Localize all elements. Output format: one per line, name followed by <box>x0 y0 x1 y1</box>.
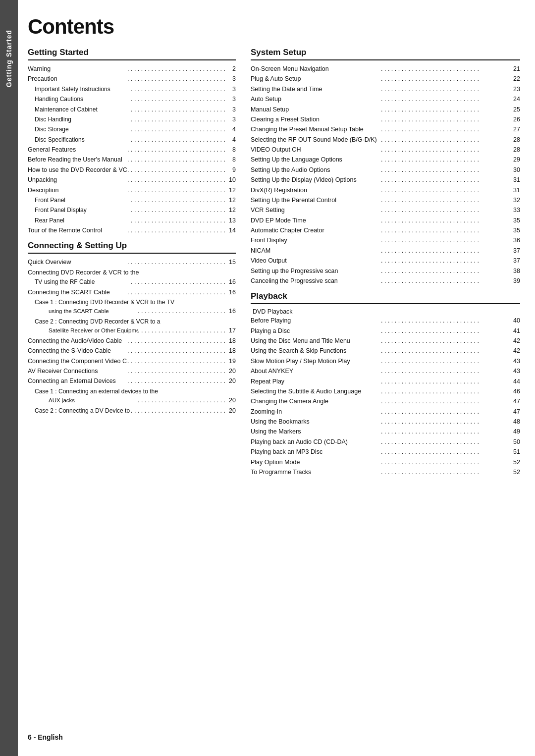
entry-text: Disc Specifications <box>28 135 131 145</box>
toc-entry: Rear Panel . . . . . . . . . . . . . . .… <box>28 216 236 226</box>
entry-dots: . . . . . . . . . . . . . . . . . . . . … <box>381 387 509 397</box>
section-rule <box>251 59 520 60</box>
entry-page: 32 <box>509 196 520 205</box>
toc-section: Getting StartedWarning . . . . . . . . .… <box>28 48 236 241</box>
entry-text: Quick Overview <box>28 258 127 267</box>
entry-text: Important Safety Instructions <box>28 85 131 94</box>
entry-dots: . . . . . . . . . . . . . . . . . . . . … <box>131 196 225 206</box>
entry-dots: . . . . . . . . . . . . . . . . . . . . … <box>127 377 225 386</box>
entry-page: 43 <box>509 357 520 366</box>
entry-text: Connecting DVD Recorder & VCR to the <box>28 268 236 277</box>
entry-page: 28 <box>509 135 520 145</box>
toc-entry: VCR Setting . . . . . . . . . . . . . . … <box>251 206 520 216</box>
entry-dots: . . . . . . . . . . . . . . . . . . . . … <box>381 437 509 447</box>
entry-text: Precaution <box>28 74 127 84</box>
toc-entry: Setting Up the Display (Video) Options .… <box>251 175 520 185</box>
entry-dots: . . . . . . . . . . . . . . . . . . . . … <box>381 175 509 185</box>
entry-text: Manual Setup <box>251 105 381 114</box>
entry-dots: . . . . . . . . . . . . . . . . . . . . … <box>127 186 225 196</box>
entry-dots: . . . . . . . . . . . . . . . . . . . . … <box>381 105 509 115</box>
toc-entry: Canceling the Progressive scan . . . . .… <box>251 276 520 286</box>
entry-dots: . . . . . . . . . . . . . . . . . . . . … <box>127 258 225 268</box>
toc-entry: Quick Overview . . . . . . . . . . . . .… <box>28 258 236 268</box>
toc-entry: VIDEO Output CH . . . . . . . . . . . . … <box>251 145 520 155</box>
toc-entry: Maintenance of Cabinet . . . . . . . . .… <box>28 105 236 115</box>
entry-page: 42 <box>509 336 520 346</box>
entry-dots: . . . . . . . . . . . . . . . . . . . . … <box>131 277 225 287</box>
toc-entry: Disc Specifications . . . . . . . . . . … <box>28 135 236 145</box>
entry-text: Playing back an Audio CD (CD-DA) <box>251 437 381 447</box>
entry-text: Tour of the Remote Control <box>28 226 127 235</box>
entry-page: 30 <box>509 165 520 175</box>
toc-entry: Automatic Chapter Creator . . . . . . . … <box>251 226 520 236</box>
entry-dots: . . . . . . . . . . . . . . . . . . . . … <box>127 336 225 346</box>
entry-page: 4 <box>225 125 236 134</box>
side-tab: Getting Started <box>0 0 18 756</box>
toc-entry: Connecting an External Devices . . . . .… <box>28 377 236 386</box>
toc-section: PlaybackDVD PlaybackBefore Playing . . .… <box>251 291 520 483</box>
entry-dots: . . . . . . . . . . . . . . . . . . . . … <box>127 226 225 236</box>
entry-dots: . . . . . . . . . . . . . . . . . . . . … <box>127 346 225 356</box>
entry-dots: . . . . . . . . . . . . . . . . . . . . … <box>131 105 225 115</box>
toc-entry: Setting Up the Language Options . . . . … <box>251 155 520 165</box>
entry-dots: . . . . . . . . . . . . . . . . . . . . … <box>381 155 509 165</box>
entry-text: Maintenance of Cabinet <box>28 105 131 114</box>
entry-text: using the SCART Cable <box>28 307 138 316</box>
entry-text: Automatic Chapter Creator <box>251 226 381 235</box>
entry-dots: . . . . . . . . . . . . . . . . . . . . … <box>381 246 509 256</box>
entry-page: 12 <box>225 186 236 195</box>
toc-entry: To Programme Tracks . . . . . . . . . . … <box>251 468 520 478</box>
entry-text: Disc Handling <box>28 115 131 124</box>
entry-text: VIDEO Output CH <box>251 145 381 155</box>
entry-text: Selecting the RF OUT Sound Mode (B/G-D/K… <box>251 135 381 145</box>
toc-entry: Front Panel Display . . . . . . . . . . … <box>28 206 236 216</box>
toc-entry: Changing the Preset Manual Setup Table .… <box>251 125 520 135</box>
entry-dots: . . . . . . . . . . . . . . . . . . . . … <box>381 135 509 145</box>
entry-text: Zooming-In <box>251 407 381 417</box>
entry-page: 52 <box>509 458 520 467</box>
toc-entry: Case 2 : Connecting a DV Device to the D… <box>28 406 236 416</box>
entry-dots: . . . . . . . . . . . . . . . . . . . . … <box>131 216 225 226</box>
entry-text: AV Receiver Connections <box>28 367 127 376</box>
section-heading: Playback <box>251 291 520 301</box>
entry-page: 33 <box>509 206 520 215</box>
entry-page: 47 <box>509 407 520 417</box>
entry-text: Setting Up the Language Options <box>251 155 381 164</box>
entry-page: 29 <box>509 155 520 164</box>
entry-dots: . . . . . . . . . . . . . . . . . . . . … <box>381 468 509 478</box>
entry-page: 3 <box>225 115 236 124</box>
right-column: System SetupOn-Screen Menu Navigation . … <box>251 48 520 719</box>
entry-page: 14 <box>225 226 236 235</box>
entry-text: Handling Cautions <box>28 95 131 104</box>
toc-entry: Using the Bookmarks . . . . . . . . . . … <box>251 417 520 427</box>
two-column-layout: Getting StartedWarning . . . . . . . . .… <box>28 48 520 719</box>
entry-dots: . . . . . . . . . . . . . . . . . . . . … <box>381 186 509 196</box>
toc-entry: On-Screen Menu Navigation . . . . . . . … <box>251 64 520 74</box>
entry-dots: . . . . . . . . . . . . . . . . . . . . … <box>381 407 509 417</box>
entry-text: Connecting the SCART Cable <box>28 288 127 297</box>
entry-text: Connecting the Audio/Video Cable <box>28 336 127 346</box>
entry-text: TV using the RF Cable <box>28 277 131 287</box>
toc-entry: Clearing a Preset Station . . . . . . . … <box>251 115 520 125</box>
entry-page: 26 <box>509 115 520 124</box>
entry-text: Canceling the Progressive scan <box>251 276 381 286</box>
toc-entry: Slow Motion Play / Step Motion Play . . … <box>251 357 520 367</box>
entry-dots: . . . . . . . . . . . . . . . . . . . . … <box>381 357 509 367</box>
section-heading: Getting Started <box>28 48 236 57</box>
toc-entry: Before Reading the User's Manual . . . .… <box>28 155 236 165</box>
entry-page: 16 <box>225 288 236 297</box>
entry-page: 51 <box>509 447 520 457</box>
entry-dots: . . . . . . . . . . . . . . . . . . . . … <box>131 85 225 95</box>
entry-page: 19 <box>225 357 236 366</box>
entry-dots: . . . . . . . . . . . . . . . . . . . . … <box>381 447 509 457</box>
entry-page: 37 <box>509 246 520 256</box>
toc-entry: Before Playing . . . . . . . . . . . . .… <box>251 316 520 326</box>
entry-dots: . . . . . . . . . . . . . . . . . . . . … <box>381 427 509 437</box>
entry-dots: . . . . . . . . . . . . . . . . . . . . … <box>127 367 225 377</box>
toc-entry: Using the Markers . . . . . . . . . . . … <box>251 427 520 437</box>
entry-page: 3 <box>225 105 236 114</box>
section-rule <box>28 253 236 254</box>
entry-dots: . . . . . . . . . . . . . . . . . . . . … <box>381 165 509 175</box>
toc-entry: Using the Disc Menu and Title Menu . . .… <box>251 336 520 346</box>
toc-entry: using the SCART Cable . . . . . . . . . … <box>28 307 236 317</box>
